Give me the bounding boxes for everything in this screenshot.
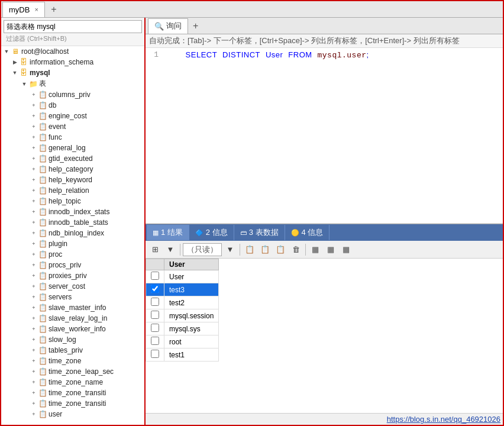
tree-item-servers[interactable]: +📋servers [1,292,144,302]
table-row[interactable]: test2 [146,296,219,309]
tree-item-help_keyword[interactable]: +📋help_keyword [1,175,144,185]
toolbar-btn-view2[interactable]: ▦ [324,243,338,257]
tree-item-tables_priv[interactable]: +📋tables_priv [1,345,144,356]
tree-item-slave_relay_log_info[interactable]: +📋slave_relay_log_in [1,313,144,324]
tree-item-func[interactable]: +📋func [1,132,144,143]
exp-icon[interactable]: + [30,325,38,333]
tree-item-slave_worker_info[interactable]: +📋slave_worker_info [1,324,144,334]
tree-item-event[interactable]: +📋event [1,121,144,132]
toolbar-btn-delete[interactable]: 🗑 [289,243,303,257]
tree-item-help_topic[interactable]: +📋help_topic [1,196,144,206]
result-tab-2[interactable]: 🔷 2 信息 [189,225,234,240]
tree-item-mysql[interactable]: ▼ 🗄 mysql [1,67,144,78]
tree-item-time_zone[interactable]: +📋time_zone [1,356,144,366]
results-col-user[interactable]: User [164,259,219,270]
exp-icon[interactable]: + [30,399,38,408]
row-checkbox-cell[interactable] [146,348,164,362]
exp-icon[interactable]: + [30,186,38,195]
tree-item-tables-folder[interactable]: ▼ 📁 表 [1,78,144,89]
tables-folder-expander-icon[interactable]: ▼ [20,80,28,88]
info-schema-expander-icon[interactable]: ▶ [11,58,19,66]
tree-item-db[interactable]: +📋db [1,100,144,111]
mysql-expander-icon[interactable]: ▼ [11,69,19,77]
exp-icon[interactable]: + [30,208,38,216]
tree-item-plugin[interactable]: +📋plugin [1,238,144,249]
row-checkbox-cell[interactable] [146,270,164,283]
exp-icon[interactable]: + [30,122,38,131]
tree-item-innodb_index_stats[interactable]: +📋innodb_index_stats [1,206,144,217]
tree-root[interactable]: ▼ 🖥 root@localhost [1,46,144,57]
tree-item-information_schema[interactable]: ▶ 🗄 information_schema [1,57,144,67]
tree-item-time_zone_leap_sec[interactable]: +📋time_zone_leap_sec [1,366,144,377]
exp-icon[interactable]: + [30,261,38,269]
table-row[interactable]: test3 [146,283,219,296]
exp-icon[interactable]: + [30,197,38,205]
exp-icon[interactable]: + [30,144,38,152]
tree-item-proc[interactable]: +📋proc [1,249,144,260]
tree-item-proxies_priv[interactable]: +📋proxies_priv [1,270,144,281]
query-tab[interactable]: 🔍 询问 [148,18,188,34]
exp-icon[interactable]: + [30,410,38,418]
tree-item-innodb_table_stats[interactable]: +📋innodb_table_stats [1,217,144,228]
tree-item-time_zone_transition2[interactable]: +📋time_zone_transiti [1,398,144,409]
exp-icon[interactable]: + [30,272,38,280]
tree-item-time_zone_name[interactable]: +📋time_zone_name [1,377,144,388]
main-tab-mydb[interactable]: myDB × [2,2,45,17]
tree-item-gtid_executed[interactable]: +📋gtid_executed [1,153,144,164]
table-row[interactable]: test1 [146,348,219,362]
table-row[interactable]: root [146,335,219,348]
exp-icon[interactable]: + [30,367,38,376]
table-row[interactable]: User [146,270,219,283]
table-row[interactable]: mysql.sys [146,322,219,335]
query-editor[interactable]: 1 SELECT DISTINCT User FROM mysql.user; [146,48,503,224]
exp-icon[interactable]: + [30,229,38,237]
exp-icon[interactable]: + [30,346,38,354]
row-checkbox-cell[interactable] [146,283,164,296]
exp-icon[interactable]: + [30,357,38,365]
tree-item-general_log[interactable]: +📋general_log [1,143,144,153]
exp-icon[interactable]: + [30,250,38,259]
exp-icon[interactable]: + [30,293,38,301]
row-checkbox[interactable] [151,311,159,319]
exp-icon[interactable]: + [30,378,38,386]
row-checkbox-cell[interactable] [146,335,164,348]
toolbar-btn-copy2[interactable]: 📋 [258,243,272,257]
root-expander-icon[interactable]: ▼ [2,47,11,56]
tab-close-icon[interactable]: × [34,6,38,13]
exp-icon[interactable]: + [30,101,38,109]
row-checkbox[interactable] [151,298,159,306]
tree-item-help_relation[interactable]: +📋help_relation [1,185,144,196]
tree-item-columns_priv[interactable]: +📋columns_priv [1,89,144,100]
exp-icon[interactable]: + [30,218,38,227]
exp-icon[interactable]: + [30,154,38,163]
exp-icon[interactable]: + [30,165,38,173]
row-checkbox[interactable] [151,337,159,345]
tree-item-procs_priv[interactable]: +📋procs_priv [1,260,144,270]
exp-icon[interactable]: + [30,240,38,248]
toolbar-btn-copy3[interactable]: 📋 [273,243,287,257]
table-row[interactable]: mysql.session [146,309,219,322]
toolbar-btn-grid[interactable]: ⊞ [148,243,162,257]
readonly-dropdown-btn[interactable]: ▼ [223,243,237,257]
toolbar-btn-copy1[interactable]: 📋 [243,243,257,257]
tree-item-time_zone_transition1[interactable]: +📋time_zone_transiti [1,388,144,398]
toolbar-btn-dropdown[interactable]: ▼ [163,243,177,257]
toolbar-btn-view1[interactable]: ▦ [308,243,322,257]
exp-icon[interactable]: + [30,335,38,344]
exp-icon[interactable]: + [30,304,38,312]
row-checkbox[interactable] [151,324,159,332]
exp-icon[interactable]: + [30,314,38,322]
result-tab-3[interactable]: 🗃 3 表数据 [234,225,285,240]
row-checkbox[interactable] [151,350,159,358]
sidebar-tree[interactable]: ▼ 🖥 root@localhost ▶ 🗄 information_schem… [1,46,144,425]
row-checkbox-cell[interactable] [146,322,164,335]
tree-item-server_cost[interactable]: +📋server_cost [1,281,144,292]
row-checkbox[interactable] [151,272,159,280]
tree-item-engine_cost[interactable]: +📋engine_cost [1,111,144,121]
exp-icon[interactable]: + [30,282,38,291]
exp-icon[interactable]: + [30,389,38,397]
result-tab-1[interactable]: ▦ 1 结果 [147,225,189,240]
table-filter-input[interactable] [4,20,142,33]
new-tab-button[interactable]: + [47,3,60,16]
row-checkbox-cell[interactable] [146,296,164,309]
